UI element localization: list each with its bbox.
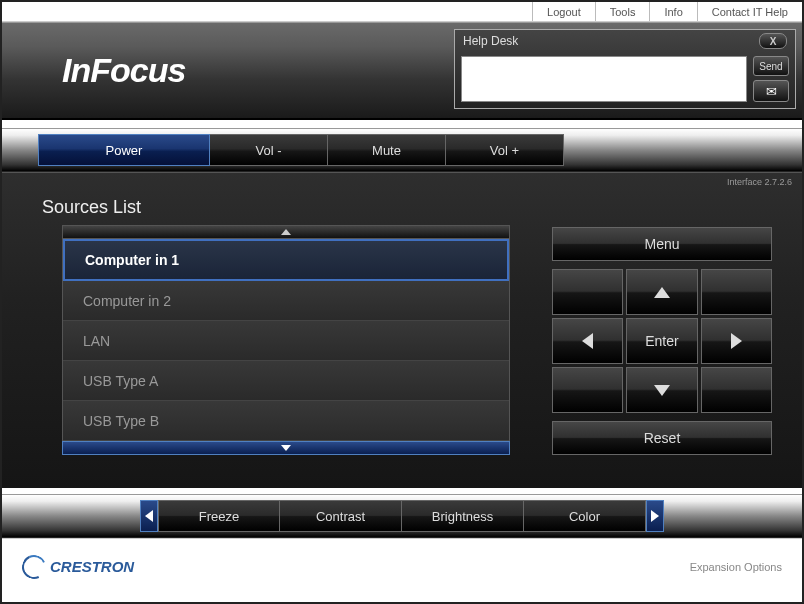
bottom-scroll-right[interactable]: [646, 500, 664, 532]
dpad-blank-tl[interactable]: [552, 269, 623, 315]
arrow-left-icon: [145, 510, 153, 522]
arrow-down-icon: [654, 385, 670, 396]
freeze-button[interactable]: Freeze: [158, 500, 280, 532]
source-item-usb-b[interactable]: USB Type B: [63, 401, 509, 441]
reset-button[interactable]: Reset: [552, 421, 772, 455]
triangle-down-icon: [281, 445, 291, 451]
source-item-computer-in-1[interactable]: Computer in 1: [63, 239, 509, 281]
dpad-down-button[interactable]: [626, 367, 697, 413]
mail-icon[interactable]: ✉: [753, 80, 789, 102]
helpdesk-message-input[interactable]: [461, 56, 747, 102]
triangle-up-icon: [281, 229, 291, 235]
volume-down-button[interactable]: Vol -: [210, 134, 328, 166]
crestron-logo: CRESTRON: [22, 555, 134, 579]
volume-up-button[interactable]: Vol +: [446, 134, 564, 166]
dpad-left-button[interactable]: [552, 318, 623, 364]
arrow-right-icon: [731, 333, 742, 349]
sources-list-box: Computer in 1 Computer in 2 LAN USB Type…: [62, 225, 510, 455]
bottom-scroll-left[interactable]: [140, 500, 158, 532]
top-links-bar: Logout Tools Info Contact IT Help: [2, 2, 802, 22]
helpdesk-close-button[interactable]: X: [759, 33, 787, 49]
main-panel: Interface 2.7.2.6 Sources List Computer …: [2, 172, 802, 488]
sources-list: Computer in 1 Computer in 2 LAN USB Type…: [62, 239, 510, 441]
helpdesk-panel: Help Desk X Send ✉: [454, 29, 796, 109]
sources-scroll-up[interactable]: [62, 225, 510, 239]
menu-button[interactable]: Menu: [552, 227, 772, 261]
main-control-bar: Power Vol - Mute Vol +: [2, 128, 802, 172]
helpdesk-send-button[interactable]: Send: [753, 56, 789, 76]
brightness-button[interactable]: Brightness: [402, 500, 524, 532]
dpad-blank-tr[interactable]: [701, 269, 772, 315]
source-item-lan[interactable]: LAN: [63, 321, 509, 361]
arrow-up-icon: [654, 287, 670, 298]
crestron-text: CRESTRON: [50, 558, 134, 575]
sources-title: Sources List: [42, 197, 141, 218]
dpad: Enter: [552, 269, 772, 413]
contact-link[interactable]: Contact IT Help: [697, 2, 802, 21]
interface-version: Interface 2.7.2.6: [727, 177, 792, 187]
sources-scroll-down[interactable]: [62, 441, 510, 455]
arrow-right-icon: [651, 510, 659, 522]
arrow-left-icon: [582, 333, 593, 349]
header: InFocus Help Desk X Send ✉: [2, 22, 802, 120]
contrast-button[interactable]: Contrast: [280, 500, 402, 532]
nav-cluster: Menu Enter Reset: [552, 227, 772, 463]
color-button[interactable]: Color: [524, 500, 646, 532]
dpad-blank-bl[interactable]: [552, 367, 623, 413]
expansion-options-link[interactable]: Expansion Options: [690, 561, 782, 573]
footer: CRESTRON Expansion Options: [2, 538, 802, 594]
dpad-up-button[interactable]: [626, 269, 697, 315]
info-link[interactable]: Info: [649, 2, 696, 21]
mute-button[interactable]: Mute: [328, 134, 446, 166]
source-item-computer-in-2[interactable]: Computer in 2: [63, 281, 509, 321]
dpad-enter-button[interactable]: Enter: [626, 318, 697, 364]
dpad-right-button[interactable]: [701, 318, 772, 364]
helpdesk-title: Help Desk: [463, 34, 518, 48]
power-button[interactable]: Power: [38, 134, 210, 166]
brand-logo: InFocus: [62, 51, 185, 90]
source-item-usb-a[interactable]: USB Type A: [63, 361, 509, 401]
bottom-bar: Freeze Contrast Brightness Color: [2, 494, 802, 538]
swirl-icon: [19, 551, 50, 582]
logout-link[interactable]: Logout: [532, 2, 595, 21]
tools-link[interactable]: Tools: [595, 2, 650, 21]
dpad-blank-br[interactable]: [701, 367, 772, 413]
